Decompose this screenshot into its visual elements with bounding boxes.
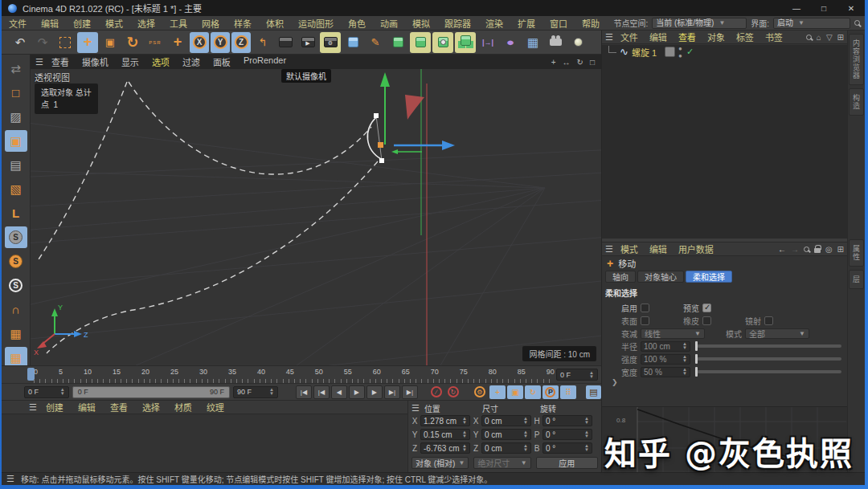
viewport-menu-item[interactable]: 摄像机: [76, 55, 115, 68]
viewport-menu-item[interactable]: ProRender: [237, 55, 293, 68]
strength-field[interactable]: 100 %▲▼: [641, 354, 690, 365]
menu-item[interactable]: 角色: [341, 17, 373, 30]
attribute-hamburger-icon[interactable]: ☰: [605, 244, 613, 255]
coordinate-mode-select[interactable]: 对象 (相对)▼: [411, 457, 469, 469]
current-frame-field[interactable]: 0 F▲▼: [556, 369, 598, 381]
mode-select[interactable]: 全部▼: [745, 328, 809, 339]
position-field[interactable]: -6.763 cm▲▼: [420, 442, 470, 454]
filter-icon[interactable]: ▽: [826, 33, 833, 42]
search-icon[interactable]: [806, 35, 812, 40]
node-space-select[interactable]: 当前 (标准/物理)▼: [652, 18, 747, 29]
width-slider[interactable]: [697, 367, 841, 377]
rotate-tool[interactable]: ↻: [122, 32, 143, 53]
motion-clip-button[interactable]: ▤: [586, 385, 601, 399]
field[interactable]: |→|: [477, 32, 498, 53]
side-tab[interactable]: 构造: [849, 88, 864, 116]
minimize-button[interactable]: —: [783, 0, 810, 16]
maximize-button[interactable]: □: [810, 0, 837, 16]
radius-slider[interactable]: [697, 341, 841, 351]
menu-item[interactable]: 渲染: [478, 17, 510, 30]
key-point-level[interactable]: ⠿: [560, 385, 576, 399]
attribute-tab[interactable]: 对象轴心: [637, 271, 684, 283]
close-button[interactable]: ✕: [837, 0, 865, 16]
preview-checkbox[interactable]: [702, 304, 711, 312]
deformer[interactable]: [432, 32, 453, 53]
object-manager-menu-item[interactable]: 对象: [702, 31, 731, 43]
viewport-solo-hierarchy[interactable]: S: [5, 275, 27, 296]
render-view[interactable]: [275, 32, 296, 53]
add-panel-icon[interactable]: ⊞: [837, 245, 844, 254]
menu-item[interactable]: 模拟: [405, 17, 437, 30]
viewport-solo-off[interactable]: S: [5, 226, 27, 248]
coordinates-hamburger-icon[interactable]: ☰: [411, 403, 420, 414]
lock-icon[interactable]: [814, 248, 821, 253]
polygon-mode[interactable]: ▧: [5, 178, 27, 200]
size-field[interactable]: 0 cm▲▼: [481, 442, 531, 454]
axis-mode[interactable]: L: [5, 202, 27, 224]
lock-y-axis[interactable]: Y: [211, 32, 230, 53]
last-tool-psr[interactable]: PSR: [145, 32, 166, 53]
viewport-menu-item[interactable]: 查看: [45, 55, 76, 68]
visibility-dots-icon[interactable]: ●●: [678, 45, 683, 59]
zoom-view-icon[interactable]: ↔: [563, 58, 571, 67]
range-end-field[interactable]: 90 F▲▼: [233, 386, 278, 398]
timeline-ruler[interactable]: 051015202530354045505560657075808590: [34, 366, 555, 384]
object-manager-hamburger-icon[interactable]: ☰: [605, 32, 613, 43]
menu-item[interactable]: 工具: [162, 17, 194, 30]
material-hamburger-icon[interactable]: ☰: [29, 402, 37, 413]
viewport-menu-item[interactable]: 面板: [207, 55, 237, 68]
attribute-menu-item[interactable]: 编辑: [644, 242, 673, 255]
point-mode[interactable]: ▣: [5, 130, 27, 152]
undo[interactable]: ↶: [10, 32, 31, 53]
status-hamburger-icon[interactable]: ☰: [6, 474, 14, 484]
material-menu-item[interactable]: 查看: [103, 401, 135, 414]
menu-item[interactable]: 样条: [227, 17, 259, 30]
rotate-view-icon[interactable]: ↻: [577, 58, 583, 67]
subdivision-surface[interactable]: [387, 32, 408, 53]
pan-view-icon[interactable]: +: [551, 58, 556, 67]
object-manager-menu-item[interactable]: 文件: [615, 31, 644, 43]
live-selection[interactable]: [55, 32, 76, 53]
menu-item[interactable]: 编辑: [34, 17, 66, 30]
floor[interactable]: ▦: [522, 32, 543, 53]
primitive-cube[interactable]: [342, 32, 363, 53]
position-field[interactable]: 1.278 cm▲▼: [420, 415, 470, 426]
side-tab[interactable]: 属性: [849, 239, 864, 267]
menu-item[interactable]: 模式: [98, 17, 130, 30]
workplane[interactable]: ▦: [5, 323, 27, 344]
menu-item[interactable]: 体积: [259, 17, 291, 30]
螺旋 1[interactable]: ∿ 螺旋 1 ●● ✓: [605, 45, 694, 59]
render-settings[interactable]: ⚙: [320, 32, 341, 53]
keyframe-selection[interactable]: ⚙: [472, 385, 488, 399]
radius-field[interactable]: 100 cm▲▼: [641, 341, 690, 352]
key-parameter[interactable]: P: [542, 385, 559, 399]
stepper-icon[interactable]: ▲▼: [269, 388, 274, 396]
play[interactable]: ▶: [349, 385, 365, 399]
stepper-icon[interactable]: ▲▼: [60, 388, 65, 396]
edge-mode[interactable]: ▤: [5, 154, 27, 176]
layout-select[interactable]: 启动▼: [773, 18, 850, 29]
light[interactable]: [567, 32, 588, 53]
menu-item[interactable]: 扩展: [510, 17, 542, 30]
coordinate-system[interactable]: ↰: [252, 32, 273, 53]
texture-mode[interactable]: ▨: [5, 106, 27, 128]
previous-key[interactable]: |◀: [313, 385, 330, 399]
volume[interactable]: ●: [496, 32, 524, 53]
back-icon[interactable]: ←: [778, 245, 786, 254]
rotation-field[interactable]: 0 °▲▼: [542, 442, 592, 454]
menu-item[interactable]: 文件: [2, 17, 34, 30]
material-menu-item[interactable]: 材质: [167, 401, 199, 414]
lock-x-axis[interactable]: X: [190, 32, 209, 53]
attribute-menu-item[interactable]: 用户数据: [673, 242, 719, 255]
menu-item[interactable]: 运动图形: [291, 17, 341, 30]
next-key[interactable]: ▶|: [384, 385, 400, 399]
make-editable[interactable]: ⇄: [5, 58, 27, 79]
object-list[interactable]: ∿ 螺旋 1 ●● ✓: [602, 45, 848, 238]
go-to-start[interactable]: |◀: [296, 385, 312, 399]
lock-z-axis[interactable]: Z: [231, 32, 251, 53]
menu-item[interactable]: 网格: [194, 17, 227, 30]
cloner[interactable]: [455, 32, 476, 53]
viewport-menu-item[interactable]: 过滤: [176, 55, 207, 68]
tag-icon[interactable]: [665, 47, 675, 57]
rotation-field[interactable]: 0 °▲▼: [542, 429, 592, 440]
